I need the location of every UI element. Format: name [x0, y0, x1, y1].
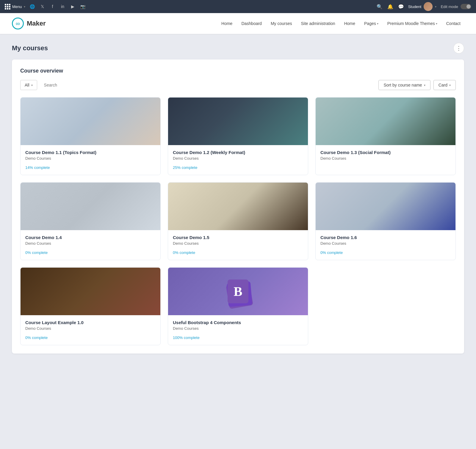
message-icon[interactable]: 💬: [398, 4, 404, 10]
course-card[interactable]: Course Demo 1.5 Demo Courses 0% complete: [168, 182, 308, 260]
instagram-icon[interactable]: 📷: [80, 4, 86, 10]
page-title: My courses: [12, 44, 48, 52]
course-card-title: Course Demo 1.1 (Topics Format): [25, 150, 156, 155]
all-filter-dropdown[interactable]: All ▾: [20, 80, 37, 90]
course-overview-card: Course overview All ▾ Sort by course nam…: [12, 59, 464, 354]
top-bar-left: Menu ▾ 🌐 𝕏 f in ▶ 📷: [5, 4, 86, 10]
course-card[interactable]: Course Layout Example 1.0 Demo Courses 0…: [20, 267, 161, 345]
nav-premium-themes-chevron: ▾: [436, 22, 437, 25]
course-card-title: Course Layout Example 1.0: [25, 320, 156, 325]
course-card-category: Demo Courses: [320, 156, 451, 161]
globe-icon[interactable]: 🌐: [29, 4, 35, 10]
course-card-title: Course Demo 1.6: [320, 235, 451, 240]
edit-mode-toggle[interactable]: [461, 4, 471, 9]
page-content: My courses ⋮ Course overview All ▾ Sort …: [0, 34, 476, 362]
course-card[interactable]: Course Demo 1.3 (Social Format) Demo Cou…: [315, 97, 456, 175]
infinity-icon: ∞: [16, 20, 20, 27]
course-card-category: Demo Courses: [173, 241, 303, 246]
course-thumbnail: [168, 183, 308, 230]
user-name: Student: [408, 4, 422, 9]
nav-pages-label: Pages: [364, 21, 376, 26]
nav-contact[interactable]: Contact: [443, 19, 464, 28]
course-card-body: Course Demo 1.4 Demo Courses 0% complete: [21, 230, 160, 260]
course-card[interactable]: B Useful Bootstrap 4 Components Demo Cou…: [168, 267, 308, 345]
course-card-category: Demo Courses: [25, 326, 156, 331]
menu-label: Menu: [12, 4, 22, 9]
course-card-category: Demo Courses: [173, 326, 303, 331]
facebook-icon[interactable]: f: [50, 4, 56, 10]
nav-pages-chevron: ▾: [377, 22, 378, 25]
search-icon[interactable]: 🔍: [377, 4, 383, 10]
course-card-category: Demo Courses: [173, 156, 303, 161]
course-card-body: Course Demo 1.2 (Weekly Format) Demo Cou…: [168, 145, 308, 175]
top-bar-actions: 🔍 🔔 💬: [377, 4, 404, 10]
course-progress-link[interactable]: 0% complete: [25, 250, 48, 255]
nav-home2[interactable]: Home: [341, 19, 359, 28]
course-card-body: Course Demo 1.5 Demo Courses 0% complete: [168, 230, 308, 260]
course-card[interactable]: Course Demo 1.6 Demo Courses 0% complete: [315, 182, 456, 260]
grid-icon: [5, 4, 10, 10]
course-card-body: Useful Bootstrap 4 Components Demo Cours…: [168, 315, 308, 345]
twitter-icon[interactable]: 𝕏: [40, 4, 46, 10]
notification-icon[interactable]: 🔔: [387, 4, 393, 10]
nav-pages[interactable]: Pages ▾: [361, 19, 382, 28]
more-options-button[interactable]: ⋮: [453, 43, 464, 54]
nav-home[interactable]: Home: [218, 19, 236, 28]
top-bar: Menu ▾ 🌐 𝕏 f in ▶ 📷 🔍 🔔 💬 Student ▾ Edit…: [0, 0, 476, 13]
course-card-title: Course Demo 1.5: [173, 235, 303, 240]
linkedin-icon[interactable]: in: [60, 4, 66, 10]
course-progress-link[interactable]: 25% complete: [173, 165, 197, 170]
nav-site-admin[interactable]: Site administration: [297, 19, 339, 28]
nav-premium-themes-label: Premium Moodle Themes: [387, 21, 435, 26]
filter-right: Sort by course name ▾ Card ▾: [378, 80, 456, 90]
top-bar-right: 🔍 🔔 💬 Student ▾ Edit mode: [377, 2, 471, 11]
nav-my-courses[interactable]: My courses: [267, 19, 296, 28]
edit-mode-section: Edit mode: [441, 4, 471, 9]
all-filter-chevron: ▾: [31, 84, 33, 87]
nav-premium-themes[interactable]: Premium Moodle Themes ▾: [384, 19, 441, 28]
filter-left: All ▾: [20, 80, 375, 90]
course-card-body: Course Layout Example 1.0 Demo Courses 0…: [21, 315, 160, 345]
logo-text: Maker: [27, 20, 46, 27]
course-progress-link[interactable]: 100% complete: [173, 335, 200, 340]
course-progress-link[interactable]: 0% complete: [320, 250, 343, 255]
course-thumbnail: [21, 98, 160, 145]
course-card-body: Course Demo 1.1 (Topics Format) Demo Cou…: [21, 145, 160, 175]
logo-icon: ∞: [12, 18, 24, 29]
course-card[interactable]: Course Demo 1.2 (Weekly Format) Demo Cou…: [168, 97, 308, 175]
main-nav: ∞ Maker Home Dashboard My courses Site a…: [0, 13, 476, 34]
search-input[interactable]: [44, 80, 372, 90]
edit-mode-label: Edit mode: [441, 4, 458, 9]
user-menu[interactable]: Student ▾: [408, 2, 437, 11]
menu-button[interactable]: Menu ▾: [5, 4, 25, 10]
youtube-icon[interactable]: ▶: [70, 4, 76, 10]
user-chevron-icon: ▾: [435, 5, 436, 8]
course-card[interactable]: Course Demo 1.4 Demo Courses 0% complete: [20, 182, 161, 260]
course-card-title: Course Demo 1.4: [25, 235, 156, 240]
menu-chevron-icon: ▾: [24, 5, 25, 8]
nav-dashboard[interactable]: Dashboard: [238, 19, 265, 28]
avatar: [424, 2, 433, 11]
logo[interactable]: ∞ Maker: [12, 18, 46, 29]
course-overview-title: Course overview: [20, 68, 456, 74]
view-card-label: Card: [439, 83, 447, 87]
view-card-button[interactable]: Card ▾: [433, 80, 456, 90]
course-progress-link[interactable]: 0% complete: [25, 335, 48, 340]
course-thumbnail: [168, 98, 308, 145]
course-card-category: Demo Courses: [25, 156, 156, 161]
nav-links: Home Dashboard My courses Site administr…: [218, 19, 464, 28]
course-progress-link[interactable]: 0% complete: [173, 250, 195, 255]
course-card-body: Course Demo 1.6 Demo Courses 0% complete: [316, 230, 455, 260]
search-wrap: [40, 80, 376, 90]
sort-button[interactable]: Sort by course name ▾: [378, 80, 430, 90]
course-card[interactable]: Course Demo 1.1 (Topics Format) Demo Cou…: [20, 97, 161, 175]
course-card-body: Course Demo 1.3 (Social Format) Demo Cou…: [316, 145, 455, 169]
course-card-title: Course Demo 1.3 (Social Format): [320, 150, 451, 155]
page-title-section: My courses ⋮: [12, 43, 464, 54]
view-card-chevron-icon: ▾: [449, 84, 451, 87]
courses-grid: Course Demo 1.1 (Topics Format) Demo Cou…: [20, 97, 456, 345]
course-card-category: Demo Courses: [25, 241, 156, 246]
course-progress-link[interactable]: 14% complete: [25, 165, 50, 170]
course-thumbnail: [21, 183, 160, 230]
sort-label: Sort by course name: [383, 83, 422, 87]
